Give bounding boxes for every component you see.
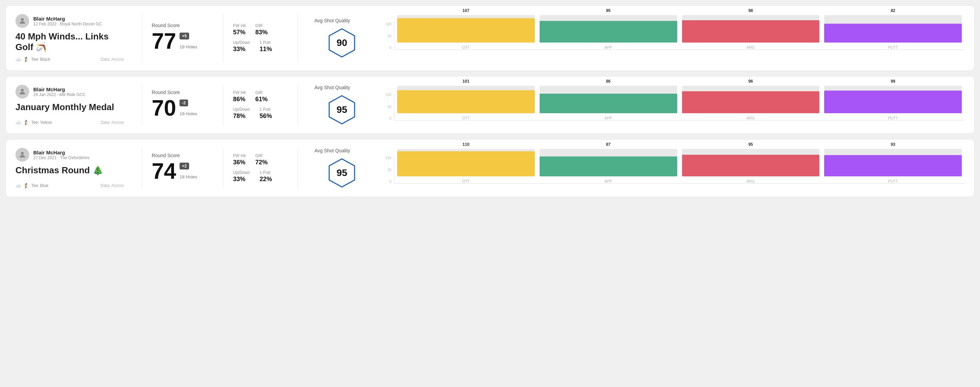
bar-value: 86 [606, 79, 610, 84]
bar-group: 95 APP [539, 8, 677, 49]
card-left: Blair McHarg 12 Feb 2022 · Royal North D… [16, 14, 132, 62]
gir-label: GIR [255, 23, 268, 28]
hexagon: 90 [326, 27, 357, 58]
svg-point-0 [21, 18, 24, 21]
fw-hit-value: 57% [233, 29, 246, 36]
bar-label: APP [605, 179, 612, 183]
hexagon-number: 95 [336, 104, 347, 115]
card-footer: ☁️ 🏌 Tee: Yellow Data: Arccos [16, 120, 124, 125]
divider [142, 85, 142, 125]
gir-stat: GIR 72% [255, 153, 268, 166]
avatar [16, 14, 29, 28]
fw-hit-stat: FW Hit 86% [233, 90, 246, 103]
data-source: Data: Arccos [100, 120, 124, 125]
score-label: Round Score [152, 23, 213, 28]
bar-group: 99 PUTT [824, 79, 962, 120]
chart-y-100: 100 [382, 93, 391, 97]
chart-y-50: 50 [382, 105, 391, 109]
bar-value: 98 [748, 8, 753, 13]
stats-row-top: FW Hit 36% GIR 72% [233, 153, 288, 166]
hexagon-wrap: 95 [314, 94, 369, 125]
chart-section: 100 50 0 110 OTT 87 AP [376, 148, 964, 188]
card-score: Round Score 74 +2 18 Holes [152, 148, 213, 188]
user-row: Blair McHarg 27 Dec 2021 · The Oxfordshi… [16, 148, 124, 162]
score-holes: 18 Holes [180, 111, 197, 116]
round-title: 40 Mph Winds... Links Golf 🪃 [16, 31, 124, 52]
fw-hit-label: FW Hit [233, 153, 246, 158]
bar-group: 101 OTT [397, 79, 535, 120]
fw-hit-stat: FW Hit 36% [233, 153, 246, 166]
bar-label: ARG [746, 45, 755, 49]
data-source: Data: Arccos [100, 57, 124, 62]
updown-stat: Up/Down 33% [233, 170, 250, 183]
user-icon [18, 151, 26, 159]
bar-fill [539, 157, 677, 176]
bar-fill [824, 155, 962, 176]
bar-group: 96 ARG [682, 79, 820, 120]
svg-point-2 [21, 89, 24, 92]
score-label: Round Score [152, 153, 213, 158]
divider [298, 14, 298, 62]
bar-container [539, 86, 677, 113]
card-stats: FW Hit 57% GIR 83% Up/Down 33% 1 Putt 11… [233, 14, 288, 62]
bar-fill [397, 90, 535, 113]
divider [298, 85, 298, 125]
gir-stat: GIR 83% [255, 23, 268, 36]
oneputt-stat: 1 Putt 22% [259, 170, 272, 183]
bar-container [397, 15, 535, 43]
bar-label: ARG [746, 179, 755, 183]
bar-value: 95 [606, 8, 610, 13]
bar-label: PUTT [888, 179, 898, 183]
bar-label: OTT [462, 179, 469, 183]
user-meta: 27 Dec 2021 · The Oxfordshire [33, 155, 89, 160]
bar-fill [824, 24, 962, 43]
divider [223, 14, 223, 62]
divider [142, 148, 142, 188]
card-score: Round Score 70 -2 18 Holes [152, 85, 213, 125]
card-stats: FW Hit 36% GIR 72% Up/Down 33% 1 Putt 22… [233, 148, 288, 188]
bar-value: 82 [891, 8, 895, 13]
hexagon: 95 [326, 94, 357, 125]
card-left: Blair McHarg 29 Jan 2022 · Mill Ride GCC… [16, 85, 132, 125]
gir-value: 72% [255, 159, 268, 166]
bar-group: 87 APP [539, 142, 677, 183]
stats-row-bottom: Up/Down 33% 1 Putt 11% [233, 40, 288, 53]
bar-label: PUTT [888, 116, 898, 120]
bar-container [682, 15, 820, 43]
bar-container [682, 149, 820, 176]
bar-label: OTT [462, 45, 469, 49]
bar-group: 95 ARG [682, 142, 820, 183]
divider [223, 148, 223, 188]
chart-section: 100 50 0 107 OTT 95 AP [376, 14, 964, 62]
score-holes: 18 Holes [180, 174, 197, 179]
divider [223, 85, 223, 125]
bag-icon: 🏌 [23, 183, 29, 188]
card-score: Round Score 77 +5 18 Holes [152, 14, 213, 62]
weather-icon: ☁️ [16, 183, 21, 188]
chart-y-0: 0 [382, 46, 391, 50]
user-info: Blair McHarg 27 Dec 2021 · The Oxfordshi… [33, 149, 89, 160]
bar-label: ARG [746, 116, 755, 120]
user-name: Blair McHarg [33, 149, 89, 155]
gir-value: 83% [255, 29, 268, 36]
tee-info: ☁️ 🏌 Tee: Yellow [16, 120, 52, 125]
bar-fill [824, 90, 962, 113]
bar-value: 93 [891, 142, 895, 147]
chart-y-0: 0 [382, 180, 391, 184]
bar-label: APP [605, 45, 612, 49]
hexagon-wrap: 90 [314, 27, 369, 58]
avatar [16, 85, 29, 98]
bag-icon: 🏌 [23, 120, 29, 125]
stats-row-top: FW Hit 57% GIR 83% [233, 23, 288, 36]
bar-fill [682, 20, 820, 43]
bar-value: 87 [606, 142, 610, 147]
round-card: Blair McHarg 12 Feb 2022 · Royal North D… [5, 5, 975, 71]
stats-row-bottom: Up/Down 78% 1 Putt 56% [233, 107, 288, 120]
bar-fill [397, 151, 535, 176]
score-main: 77 +5 18 Holes [152, 30, 213, 52]
bar-value: 95 [748, 142, 753, 147]
updown-value: 33% [233, 46, 250, 53]
user-meta: 12 Feb 2022 · Royal North Devon GC [33, 22, 102, 26]
fw-hit-stat: FW Hit 57% [233, 23, 246, 36]
score-number: 70 [152, 97, 176, 119]
